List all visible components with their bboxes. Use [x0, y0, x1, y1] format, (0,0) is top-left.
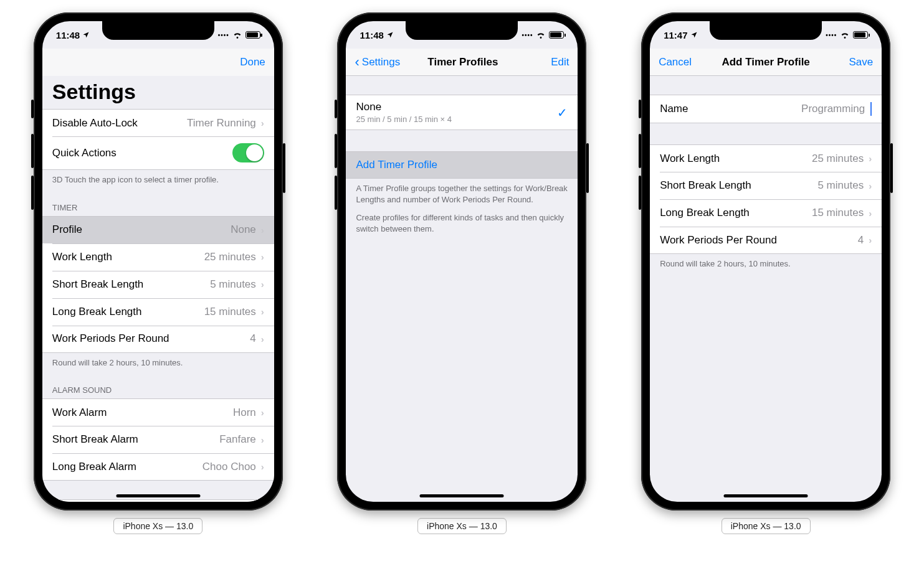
power-button: [283, 143, 285, 193]
row-value: Timer Running: [187, 117, 256, 129]
back-label: Settings: [362, 56, 400, 68]
location-icon: [690, 31, 698, 39]
row-work-length[interactable]: Work Length 25 minutes ›: [650, 144, 882, 172]
location-icon: [82, 31, 90, 39]
mute-switch: [335, 100, 337, 118]
add-timer-profile-button[interactable]: Add Timer Profile: [346, 151, 578, 179]
row-label: Short Break Alarm: [52, 433, 138, 446]
notch: [710, 21, 822, 40]
row-label: Work Length: [52, 251, 112, 263]
home-indicator[interactable]: [724, 494, 808, 497]
back-button[interactable]: ‹ Settings: [355, 55, 400, 69]
row-long-break-length[interactable]: Long Break Length 15 minutes ›: [42, 298, 274, 326]
power-button: [586, 143, 589, 193]
battery-icon: [245, 31, 260, 39]
status-time: 11:47: [664, 30, 687, 40]
row-profile[interactable]: Profile None ›: [42, 216, 274, 243]
section-footer: Round will take 2 hours, 10 minutes.: [650, 254, 882, 275]
chevron-right-icon: ›: [869, 208, 872, 219]
section-footer: 3D Touch the app icon to select a timer …: [42, 170, 274, 191]
volume-up-button: [639, 134, 641, 168]
notch: [102, 21, 214, 40]
notch: [406, 21, 518, 40]
profile-row-none[interactable]: None 25 min / 5 min / 15 min × 4 ✓: [346, 95, 578, 130]
checkmark-icon: ✓: [557, 105, 568, 120]
row-value: 4: [858, 234, 864, 247]
chevron-right-icon: ›: [869, 235, 872, 245]
nav-bar: Done: [42, 49, 274, 76]
row-value: 5 minutes: [210, 278, 256, 291]
row-disable-auto-lock[interactable]: Disable Auto-Lock Timer Running ›: [42, 109, 274, 136]
home-indicator[interactable]: [420, 494, 504, 497]
row-short-break-length[interactable]: Short Break Length 5 minutes ›: [42, 271, 274, 298]
status-time: 11:48: [360, 30, 383, 40]
row-label: Work Length: [660, 153, 720, 165]
row-work-alarm[interactable]: Work Alarm Horn ›: [42, 398, 274, 426]
row-label: Name: [660, 103, 688, 115]
row-label: Quick Actions: [52, 147, 117, 159]
edit-button[interactable]: Edit: [525, 56, 569, 68]
toggle-switch[interactable]: [232, 143, 264, 162]
row-value: 5 minutes: [817, 179, 864, 192]
section-footer: A Timer Profile groups together the sett…: [346, 179, 578, 210]
name-input[interactable]: Programming: [801, 102, 872, 116]
volume-up-button: [31, 134, 34, 168]
section-footer: Create profiles for different kinds of t…: [346, 210, 578, 239]
cell-signal-icon: ••••: [826, 32, 837, 39]
row-value: 15 minutes: [812, 207, 864, 219]
chevron-right-icon: ›: [261, 407, 264, 418]
row-work-periods[interactable]: Work Periods Per Round 4 ›: [650, 227, 882, 254]
row-value: Choo Choo: [202, 461, 256, 473]
cell-signal-icon: ••••: [218, 32, 229, 39]
home-indicator[interactable]: [116, 494, 200, 497]
row-label: Short Break Length: [660, 179, 751, 192]
row-short-break-length[interactable]: Short Break Length 5 minutes ›: [650, 172, 882, 199]
row-value: Horn: [233, 407, 256, 419]
row-quick-actions[interactable]: Quick Actions: [42, 136, 274, 170]
battery-icon: [853, 31, 868, 39]
volume-down-button: [639, 176, 641, 210]
chevron-right-icon: ›: [261, 461, 264, 472]
device-caption: iPhone Xs — 13.0: [722, 518, 811, 534]
row-value: 25 minutes: [204, 251, 256, 263]
section-footer: Round will take 2 hours, 10 minutes.: [42, 353, 274, 374]
volume-down-button: [335, 176, 337, 210]
row-label: Long Break Length: [660, 207, 750, 219]
row-name[interactable]: Name Programming: [650, 95, 882, 123]
nav-bar: ‹ Settings Timer Profiles Edit: [346, 49, 578, 76]
device-caption: iPhone Xs — 13.0: [417, 518, 507, 534]
section-header-alarm: ALARM SOUND: [42, 373, 274, 398]
row-value: 15 minutes: [204, 306, 256, 318]
cancel-button[interactable]: Cancel: [659, 56, 696, 68]
row-value: 4: [250, 332, 255, 345]
section-header-timer: TIMER: [42, 191, 274, 216]
row-long-break-length[interactable]: Long Break Length 15 minutes ›: [650, 199, 882, 227]
chevron-right-icon: ›: [869, 153, 872, 164]
row-label: Short Break Length: [52, 278, 143, 291]
chevron-right-icon: ›: [261, 279, 264, 289]
profile-subtitle: 25 min / 5 min / 15 min × 4: [356, 115, 452, 124]
volume-down-button: [31, 176, 34, 210]
input-value: Programming: [801, 103, 865, 115]
device-frame: 11:47 •••• Cancel Add Timer Profile Save…: [641, 12, 890, 510]
save-button[interactable]: Save: [836, 56, 873, 68]
action-label: Add Timer Profile: [356, 159, 437, 171]
row-short-break-alarm[interactable]: Short Break Alarm Fanfare ›: [42, 426, 274, 453]
row-label: Long Break Length: [52, 306, 142, 318]
nav-title: Timer Profiles: [427, 56, 498, 68]
row-label: Work Periods Per Round: [52, 332, 169, 345]
cell-signal-icon: ••••: [522, 32, 533, 39]
device-frame: 11:48 •••• ‹ Settings Timer Profiles Edi…: [337, 12, 586, 510]
row-siri-shortcuts[interactable]: Siri Shortcuts ›: [42, 499, 274, 502]
row-work-periods[interactable]: Work Periods Per Round 4 ›: [42, 326, 274, 353]
page-title: Settings: [42, 76, 274, 109]
row-value: Fanfare: [219, 433, 256, 446]
row-long-break-alarm[interactable]: Long Break Alarm Choo Choo ›: [42, 453, 274, 481]
chevron-right-icon: ›: [261, 252, 264, 262]
chevron-right-icon: ›: [261, 306, 264, 317]
done-button[interactable]: Done: [222, 56, 265, 68]
device-caption: iPhone Xs — 13.0: [113, 518, 202, 534]
row-label: Long Break Alarm: [52, 461, 136, 473]
row-label: Work Alarm: [52, 407, 107, 419]
row-work-length[interactable]: Work Length 25 minutes ›: [42, 243, 274, 271]
